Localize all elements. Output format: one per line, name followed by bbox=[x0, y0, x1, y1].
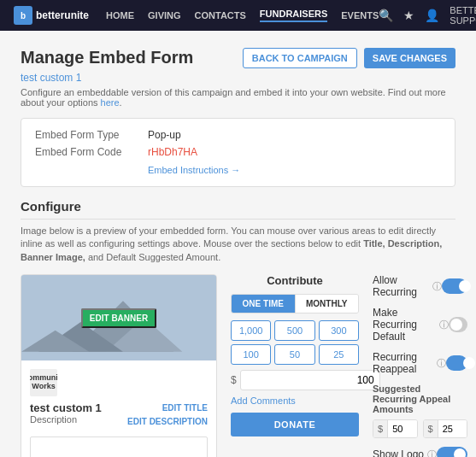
settings-panel: Allow Recurring ⓘ Make Recurring Default… bbox=[373, 274, 467, 457]
show-logo-label: Show Logo ⓘ bbox=[373, 448, 437, 457]
preview-campaign-title: test custom 1 bbox=[30, 401, 102, 414]
contribute-widget: Contribute ONE TIME MONTHLY 1,000 500 30… bbox=[231, 274, 359, 457]
one-time-tab[interactable]: ONE TIME bbox=[232, 295, 295, 313]
allow-recurring-slider bbox=[442, 278, 467, 294]
form-type-label: Embed Form Type bbox=[35, 129, 138, 141]
nav-right: 🔍 ★ 👤 BETTERUNITE SUPPORT ▼ bbox=[379, 5, 476, 26]
recurring-dollar-0: $ bbox=[373, 420, 388, 437]
header-buttons: BACK TO CAMPAIGN SAVE CHANGES bbox=[243, 48, 455, 68]
nav-home[interactable]: HOME bbox=[106, 10, 134, 21]
show-logo-slider bbox=[437, 447, 467, 457]
custom-amount-row: $ bbox=[231, 370, 359, 390]
title-block: Manage Embed Form bbox=[21, 48, 193, 67]
make-recurring-row: Make Recurring Default ⓘ bbox=[373, 307, 467, 343]
logo-icon: b bbox=[14, 6, 32, 25]
form-code-label: Embed Form Code bbox=[35, 146, 138, 158]
nav-giving[interactable]: GIVING bbox=[148, 10, 181, 21]
amount-btn-0[interactable]: 1,000 bbox=[231, 320, 271, 341]
frequency-tabs: ONE TIME MONTHLY bbox=[231, 294, 359, 313]
preview-description: Description bbox=[30, 414, 77, 425]
amount-btn-1[interactable]: 500 bbox=[274, 320, 314, 341]
search-icon[interactable]: 🔍 bbox=[379, 9, 393, 22]
preview-banner: EDIT BANNER bbox=[21, 275, 216, 360]
description-link[interactable]: here bbox=[101, 97, 120, 108]
make-recurring-info-icon[interactable]: ⓘ bbox=[439, 319, 449, 331]
form-info-panel: Embed Form Type Pop-up Embed Form Code r… bbox=[21, 118, 455, 187]
org-logo: Community Works bbox=[30, 369, 57, 396]
user-icon[interactable]: 👤 bbox=[425, 9, 439, 22]
back-to-campaign-button[interactable]: BACK TO CAMPAIGN bbox=[243, 48, 357, 68]
amount-btn-5[interactable]: 25 bbox=[319, 344, 359, 365]
page-description: Configure an embeddable version of this … bbox=[21, 87, 455, 108]
form-code-value: rHbDh7HA bbox=[148, 146, 197, 158]
recurring-amount-1: $ bbox=[423, 419, 468, 438]
suggested-recurring-header: Suggested Recurring Appeal Amounts bbox=[373, 384, 467, 414]
star-icon[interactable]: ★ bbox=[403, 9, 414, 22]
configure-description: Image below is a preview of your embedde… bbox=[21, 225, 455, 264]
nav-events[interactable]: EVENTS bbox=[341, 10, 379, 21]
brand: b betterunite bbox=[14, 6, 89, 25]
amount-btn-2[interactable]: 300 bbox=[319, 320, 359, 341]
navbar: b betterunite HOME GIVING CONTACTS FUNDR… bbox=[0, 0, 476, 31]
monthly-tab[interactable]: MONTHLY bbox=[295, 295, 359, 313]
donate-button[interactable]: DONATE bbox=[231, 413, 359, 436]
page-header: Manage Embed Form BACK TO CAMPAIGN SAVE … bbox=[21, 48, 455, 68]
form-code-row: Embed Form Code rHbDh7HA bbox=[35, 146, 441, 158]
recurring-reappeal-slider bbox=[446, 355, 467, 371]
preview-body: Community Works test custom 1 EDIT TITLE… bbox=[21, 360, 216, 436]
recurring-amount-0: $ bbox=[373, 419, 418, 438]
custom-amount-input[interactable] bbox=[240, 370, 380, 390]
add-comments-link[interactable]: Add Comments bbox=[231, 395, 359, 406]
allow-recurring-toggle[interactable] bbox=[442, 278, 467, 294]
show-logo-row: Show Logo ⓘ bbox=[373, 447, 467, 457]
title-edit-row: test custom 1 EDIT TITLE bbox=[30, 401, 208, 414]
recurring-amounts-grid: $ $ bbox=[373, 419, 467, 438]
nav-contacts[interactable]: CONTACTS bbox=[195, 10, 246, 21]
make-recurring-label: Make Recurring Default ⓘ bbox=[373, 307, 449, 343]
recurring-dollar-1: $ bbox=[424, 420, 438, 437]
allow-recurring-row: Allow Recurring ⓘ bbox=[373, 274, 467, 298]
amount-btn-3[interactable]: 100 bbox=[231, 344, 271, 365]
edit-title-link[interactable]: EDIT TITLE bbox=[162, 403, 208, 413]
breadcrumb[interactable]: test custom 1 bbox=[21, 72, 455, 84]
show-logo-info-icon[interactable]: ⓘ bbox=[427, 448, 437, 457]
make-recurring-slider bbox=[449, 317, 467, 332]
make-recurring-toggle[interactable] bbox=[449, 317, 467, 332]
preview-textarea-wrapper bbox=[21, 436, 216, 457]
allow-recurring-label: Allow Recurring ⓘ bbox=[373, 274, 442, 298]
recurring-reappeal-toggle[interactable] bbox=[446, 355, 467, 371]
recurring-reappeal-row: Recurring Reappeal ⓘ bbox=[373, 351, 467, 375]
allow-recurring-info-icon[interactable]: ⓘ bbox=[432, 280, 442, 293]
embed-instructions-link[interactable]: Embed Instructions → bbox=[148, 165, 240, 175]
edit-banner-button[interactable]: EDIT BANNER bbox=[81, 308, 156, 328]
configure-section: Configure Image below is a preview of yo… bbox=[21, 199, 455, 457]
save-changes-button[interactable]: SAVE CHANGES bbox=[364, 48, 455, 68]
amount-btn-4[interactable]: 50 bbox=[274, 344, 314, 365]
nav-items: HOME GIVING CONTACTS FUNDRAISERS EVENTS bbox=[106, 9, 379, 22]
configure-header: Configure bbox=[21, 199, 455, 220]
dollar-sign-icon: $ bbox=[231, 374, 237, 386]
amount-grid: 1,000 500 300 100 50 25 bbox=[231, 320, 359, 365]
edit-description-link[interactable]: EDIT DESCRIPTION bbox=[127, 417, 208, 426]
preview-panel: EDIT BANNER Community Works test custom … bbox=[21, 274, 217, 457]
contribute-title: Contribute bbox=[231, 274, 359, 287]
page-content: Manage Embed Form BACK TO CAMPAIGN SAVE … bbox=[0, 31, 476, 457]
recurring-amount-input-0[interactable] bbox=[388, 420, 416, 437]
page-title: Manage Embed Form bbox=[21, 48, 193, 67]
configure-content: EDIT BANNER Community Works test custom … bbox=[21, 274, 455, 457]
form-type-value: Pop-up bbox=[148, 129, 181, 141]
show-logo-toggle[interactable] bbox=[437, 447, 467, 457]
recurring-amount-input-1[interactable] bbox=[438, 420, 467, 437]
desc-edit-row: Description EDIT DESCRIPTION bbox=[30, 414, 208, 428]
brand-text: betterunite bbox=[36, 9, 89, 21]
preview-textarea[interactable] bbox=[30, 436, 208, 457]
form-type-row: Embed Form Type Pop-up bbox=[35, 129, 441, 141]
recurring-reappeal-info-icon[interactable]: ⓘ bbox=[437, 357, 446, 370]
support-link[interactable]: BETTERUNITE SUPPORT bbox=[450, 5, 476, 26]
nav-fundraisers[interactable]: FUNDRAISERS bbox=[260, 9, 327, 22]
org-logo-area: Community Works bbox=[30, 369, 208, 396]
recurring-reappeal-label: Recurring Reappeal ⓘ bbox=[373, 351, 446, 375]
